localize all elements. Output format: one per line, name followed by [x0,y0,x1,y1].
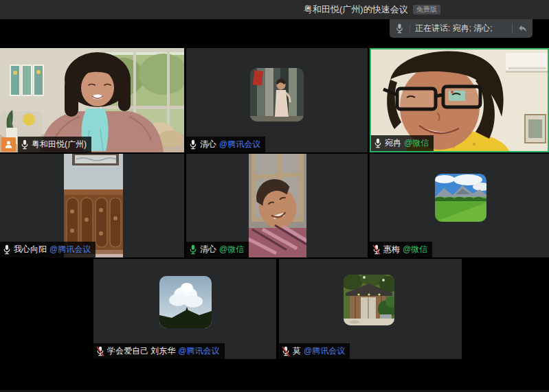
participant-name-label: 粤和田悦(广州) [18,137,91,152]
participant-name-label: 学会爱自己 刘东华@腾讯会议 [93,343,225,359]
platform-suffix: @微信 [403,244,427,255]
avatar-photo [250,68,304,122]
participant-name-label: 我心向阳@腾讯会议 [0,242,96,257]
mic-on-icon [3,244,11,255]
participant-name: 学会爱自己 刘东华 [107,345,175,357]
mic-speaking-icon [189,244,197,255]
video-tile[interactable]: 清心@微信 [186,154,368,257]
video-tile-host[interactable]: 粤和田悦(广州) [0,48,184,152]
divider [512,24,513,34]
microphone-icon [394,23,405,34]
video-tile[interactable]: 学会爱自己 刘东华@腾讯会议 [93,259,276,359]
mic-on-icon [21,139,29,150]
platform-suffix: @腾讯会议 [178,345,219,357]
mic-muted-icon [372,244,381,255]
platform-suffix: @腾讯会议 [49,244,91,255]
participant-name-label: 清心@腾讯会议 [186,137,265,152]
platform-suffix: @腾讯会议 [219,139,260,150]
meeting-window: 粤和田悦(广州)的快速会议 免费版 正在讲话: 宛冉; 清心; [0,0,549,392]
collapse-banner-arrow-icon[interactable] [517,23,528,34]
platform-suffix: @腾讯会议 [304,345,345,357]
mic-on-icon [374,138,382,148]
avatar-photo [344,275,394,325]
speaking-banner: 正在讲话: 宛冉; 清心; [390,19,533,38]
participant-name: 我心向阳 [14,244,47,255]
participant-name: 粤和田悦(广州) [32,139,87,150]
mic-on-icon [189,139,197,150]
participant-name: 清心 [200,139,216,150]
title-bar: 粤和田悦(广州)的快速会议 免费版 [0,0,549,19]
meeting-title: 粤和田悦(广州)的快速会议 [304,3,408,16]
person-icon [4,140,13,149]
platform-suffix: @微信 [404,137,429,149]
participant-name-label: 莫@腾讯会议 [279,343,350,359]
participant-video [249,154,306,257]
platform-suffix: @微信 [219,244,244,255]
participant-name: 惠梅 [383,244,400,255]
participant-name-label: 惠梅@微信 [370,242,432,257]
divider [410,24,410,34]
speaking-text: 正在讲话: 宛冉; 清心; [415,23,507,34]
participant-name-label: 清心@微信 [186,242,249,257]
free-version-badge: 免费版 [413,5,440,14]
video-tile[interactable]: 我心向阳@腾讯会议 [0,154,184,257]
mic-muted-icon [282,346,290,356]
participant-name-label: 宛冉@微信 [371,135,434,151]
video-tile[interactable]: 清心@腾讯会议 [186,48,368,152]
video-tile-active-speaker[interactable]: 宛冉@微信 [370,48,549,152]
video-tile[interactable]: 莫@腾讯会议 [279,259,462,359]
avatar-photo [159,276,212,328]
participant-name: 莫 [293,345,301,357]
avatar-photo [435,174,486,222]
video-tile[interactable]: 惠梅@微信 [370,154,549,257]
host-badge [1,137,16,152]
mic-muted-icon [96,346,104,356]
participant-name: 清心 [200,244,216,255]
participant-name: 宛冉 [385,137,401,149]
